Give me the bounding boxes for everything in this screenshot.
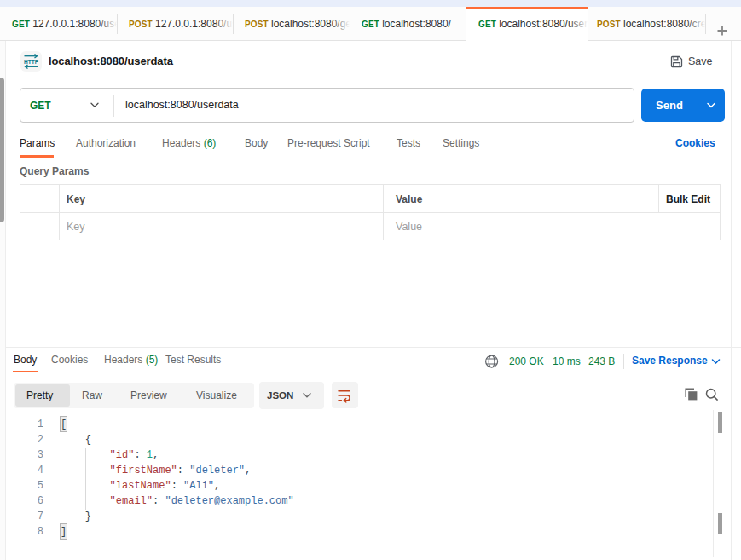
svg-text:HTTP: HTTP [24,59,39,65]
